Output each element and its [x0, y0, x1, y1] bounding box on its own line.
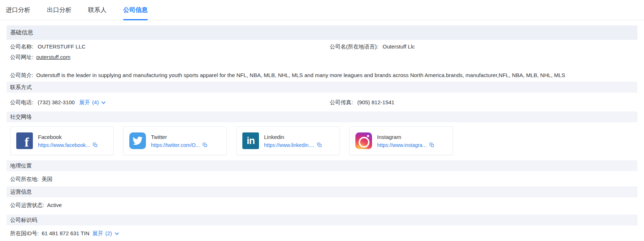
company-name-field: 公司名称: OUTERSTUFF LLC	[10, 43, 330, 50]
phone-fax-row: 公司电话: (732) 382-3100 展开 (4) 公司传真: (905) …	[7, 93, 637, 111]
section-header-operation: 运营信息	[7, 186, 637, 197]
section-header-location: 地理位置	[7, 160, 637, 171]
country-id-expand-button[interactable]: 展开 (2)	[92, 230, 120, 237]
card-text: Linkedin https://www.linkedin....	[264, 134, 322, 148]
fax-field: 公司传真: (905) 812-1541	[330, 99, 637, 106]
section-header-social: 社交网络	[7, 111, 637, 122]
tab-bar: 进口分析 出口分析 联系人 公司信息	[0, 0, 644, 20]
section-header-basic-info: 基础信息	[7, 25, 637, 40]
phone-value: (732) 382-3100	[38, 99, 75, 105]
fax-value: (905) 812-1541	[357, 99, 394, 105]
operation-status-value: Active	[47, 202, 62, 209]
section-title: 基础信息	[10, 29, 33, 37]
social-cards: f Facebook https://www.facebook... Twitt…	[10, 126, 637, 155]
card-text: Instagram https://www.instagra...	[377, 134, 434, 148]
tab-export-analysis[interactable]: 出口分析	[47, 0, 72, 20]
linkedin-icon: in	[242, 132, 259, 149]
card-text: Twitter https://twitter.com/O...	[151, 134, 207, 148]
copy-icon[interactable]	[429, 143, 434, 147]
expand-count: (4)	[92, 99, 99, 106]
country-id-row: 所在国ID号: 61 481 872 631 TIN 展开 (2)	[7, 225, 637, 237]
copy-icon[interactable]	[317, 143, 322, 147]
location-row: 公司所在地: 美国	[7, 171, 637, 186]
company-name-row: 公司名称: OUTERSTUFF LLC 公司名(所在地语言): Outerst…	[7, 40, 637, 52]
card-text: Facebook https://www.facebook...	[38, 134, 98, 148]
section-header-contact: 联系方式	[7, 82, 637, 93]
operation-status-row: 公司运营状态: Active	[7, 197, 637, 212]
twitter-icon	[129, 132, 146, 149]
expand-label: 展开	[92, 230, 103, 237]
chevron-down-icon	[114, 231, 120, 236]
expand-count: (2)	[105, 230, 112, 237]
social-card-twitter[interactable]: Twitter https://twitter.com/O...	[123, 126, 227, 155]
location-value: 美国	[42, 176, 52, 183]
instagram-icon	[355, 132, 372, 149]
social-name: Facebook	[38, 134, 98, 140]
intro-value: Outerstuff is the leader in supplying an…	[36, 72, 565, 79]
tab-contacts[interactable]: 联系人	[88, 0, 107, 20]
intro-label: 公司简介:	[10, 72, 33, 79]
website-label: 公司网址:	[10, 54, 33, 61]
section-title: 运营信息	[10, 189, 32, 195]
fax-label: 公司传真:	[330, 99, 353, 105]
social-url-link[interactable]: https://www.instagra...	[377, 142, 427, 148]
copy-icon[interactable]	[203, 143, 207, 147]
tab-company-info[interactable]: 公司信息	[123, 0, 148, 20]
country-id-label: 所在国ID号:	[10, 230, 39, 237]
social-name: Twitter	[151, 134, 207, 140]
local-name-label: 公司名(所在地语言):	[330, 43, 378, 50]
section-title: 联系方式	[10, 84, 32, 91]
section-title: 地理位置	[10, 162, 32, 169]
operation-status-label: 公司运营状态:	[10, 202, 44, 209]
social-card-facebook[interactable]: f Facebook https://www.facebook...	[10, 126, 114, 155]
company-info-panel: 基础信息 公司名称: OUTERSTUFF LLC 公司名(所在地语言): Ou…	[0, 25, 644, 237]
social-name: Linkedin	[264, 134, 322, 140]
local-name-field: 公司名(所在地语言): Outerstuff Llc	[330, 43, 637, 50]
phone-expand-button[interactable]: 展开 (4)	[79, 99, 106, 106]
copy-icon[interactable]	[93, 143, 98, 147]
website-row: 公司网址: outerstuff.com	[7, 52, 637, 64]
chevron-down-icon	[101, 100, 106, 105]
company-name-value: OUTERSTUFF LLC	[38, 43, 86, 50]
social-card-instagram[interactable]: Instagram https://www.instagra...	[349, 126, 453, 155]
website-link[interactable]: outerstuff.com	[36, 54, 70, 61]
social-url-link[interactable]: https://twitter.com/O...	[151, 142, 200, 148]
tab-import-analysis[interactable]: 进口分析	[6, 0, 30, 20]
section-title: 社交网络	[10, 114, 32, 120]
phone-label: 公司电话:	[10, 99, 33, 105]
social-url-link[interactable]: https://www.linkedin....	[264, 142, 314, 148]
country-id-value: 61 481 872 631 TIN	[42, 230, 89, 237]
social-url-link[interactable]: https://www.facebook...	[38, 142, 90, 148]
phone-field: 公司电话: (732) 382-3100 展开 (4)	[10, 99, 330, 106]
social-card-linkedin[interactable]: in Linkedin https://www.linkedin....	[236, 126, 340, 155]
local-name-value: Outerstuff Llc	[382, 43, 415, 50]
company-name-label: 公司名称:	[10, 43, 33, 50]
expand-label: 展开	[79, 99, 90, 106]
section-header-identifiers: 公司标识码	[7, 215, 637, 225]
facebook-icon: f	[16, 132, 33, 149]
section-title: 公司标识码	[10, 217, 37, 224]
intro-row: 公司简介: Outerstuff is the leader in supply…	[7, 64, 637, 82]
location-label: 公司所在地:	[10, 176, 39, 183]
social-name: Instagram	[377, 134, 434, 140]
